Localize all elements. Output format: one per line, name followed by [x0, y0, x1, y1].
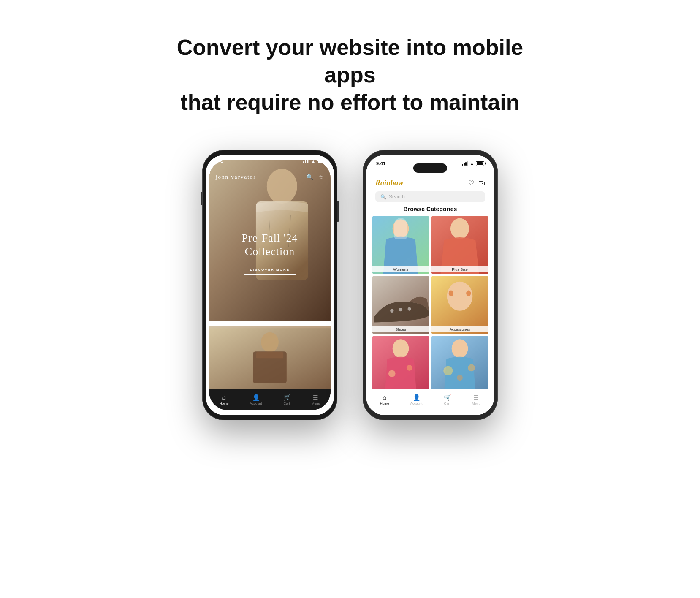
- rb-search-placeholder: Search: [389, 194, 405, 200]
- svg-point-26: [468, 364, 475, 372]
- phone-right: 9:41 ▲ Rainbow ♡ 🛍: [363, 150, 498, 420]
- rb-category-new2[interactable]: [431, 336, 488, 394]
- home-icon: ⌂: [222, 394, 226, 401]
- rb-search-box[interactable]: 🔍 Search: [375, 191, 485, 202]
- svg-point-14: [408, 307, 411, 311]
- jv-hero-text: Pre-Fall '24 Collection DISCOVER MORE: [242, 231, 298, 274]
- search-icon[interactable]: 🔍: [306, 174, 313, 180]
- jv-time: 9:41: [214, 158, 223, 163]
- rb-category-plus[interactable]: Plus Size: [431, 216, 488, 274]
- jv-hero-title: Pre-Fall '24 Collection: [242, 231, 298, 258]
- svg-rect-6: [256, 352, 283, 358]
- menu-icon: ☰: [313, 394, 318, 401]
- wifi-icon: ▲: [311, 159, 315, 163]
- shoes-image: [372, 276, 429, 334]
- new2-image: [431, 336, 488, 394]
- jv-discover-button[interactable]: DISCOVER MORE: [244, 265, 296, 275]
- new1-image: [372, 336, 429, 394]
- rb-battery-icon: [476, 161, 484, 166]
- rb-category-womens[interactable]: Womens: [372, 216, 429, 274]
- rb-nav-menu[interactable]: ☰ Menu: [472, 394, 480, 405]
- rb-search-icon: 🔍: [380, 194, 386, 200]
- svg-point-27: [457, 375, 463, 381]
- svg-point-4: [261, 332, 279, 352]
- rb-status-icons: ▲: [462, 161, 484, 166]
- rb-header: Rainbow ♡ 🛍: [369, 175, 491, 191]
- womens-image: [372, 216, 429, 274]
- rb-time: 9:41: [376, 161, 385, 166]
- rb-account-icon: 👤: [413, 394, 420, 401]
- page-headline: Convert your website into mobile apps th…: [160, 34, 540, 116]
- rb-home-icon: ⌂: [383, 394, 386, 401]
- svg-point-13: [399, 308, 402, 311]
- svg-point-16: [447, 282, 473, 311]
- favorite-icon[interactable]: ☆: [318, 174, 324, 180]
- svg-point-24: [452, 339, 468, 358]
- rb-category-shoes[interactable]: Shoes: [372, 276, 429, 334]
- accessories-image: [431, 276, 488, 334]
- jv-nav-account[interactable]: 👤 Account: [250, 394, 262, 405]
- phone-left-screen: 9:41 ▲ john varvatos 🔍 ☆: [206, 155, 334, 415]
- rb-category-plus-label: Plus Size: [431, 266, 488, 272]
- svg-point-12: [390, 309, 393, 313]
- rb-categories-title: Browse Categories: [369, 206, 491, 212]
- rb-bottom-nav: ⌂ Home 👤 Account 🛒 Cart ☰ Menu: [369, 389, 491, 410]
- rb-wifi-icon: ▲: [470, 161, 474, 166]
- jv-brand-name: john varvatos: [216, 174, 256, 180]
- jv-nav-cart[interactable]: 🛒 Cart: [283, 394, 290, 405]
- svg-point-25: [443, 366, 453, 375]
- rb-bag-icon[interactable]: 🛍: [478, 179, 485, 187]
- rb-menu-icon: ☰: [473, 394, 479, 401]
- rb-nav-account[interactable]: 👤 Account: [410, 394, 423, 405]
- rb-wishlist-icon[interactable]: ♡: [468, 179, 474, 187]
- rb-brand-name: Rainbow: [375, 179, 403, 187]
- svg-point-10: [450, 218, 469, 239]
- rb-cart-icon: 🛒: [444, 394, 451, 401]
- svg-point-17: [449, 291, 453, 296]
- headline-line2: that require no effort to maintain: [180, 90, 519, 114]
- rb-nav-cart[interactable]: 🛒 Cart: [444, 394, 451, 405]
- phone-left: 9:41 ▲ john varvatos 🔍 ☆: [202, 150, 337, 420]
- headline-line1: Convert your website into mobile apps: [177, 35, 524, 87]
- rb-header-icons: ♡ 🛍: [468, 179, 485, 187]
- rb-category-new1[interactable]: [372, 336, 429, 394]
- plus-image: [431, 216, 488, 274]
- jv-nav-menu[interactable]: ☰ Menu: [312, 394, 320, 405]
- cart-icon: 🛒: [283, 394, 290, 401]
- svg-point-8: [393, 219, 409, 238]
- jv-status-icons: ▲: [303, 159, 326, 163]
- rb-brand-logo: Rainbow: [375, 179, 403, 188]
- jv-bottom-nav: ⌂ Home 👤 Account 🛒 Cart ☰ Menu: [209, 389, 331, 410]
- signal-icon: [303, 159, 309, 163]
- rb-category-accessories-label: Accessories: [431, 326, 488, 332]
- svg-point-18: [466, 291, 471, 296]
- jv-second-section: [209, 326, 331, 394]
- rb-nav-home[interactable]: ⌂ Home: [380, 394, 389, 405]
- jv-nav-home[interactable]: ⌂ Home: [220, 394, 228, 405]
- jv-second-image: [209, 326, 331, 394]
- account-icon: 👤: [252, 394, 260, 401]
- dynamic-island: [413, 163, 447, 173]
- rb-search-container: 🔍 Search: [369, 191, 491, 202]
- svg-point-21: [388, 370, 396, 377]
- jv-navbar: john varvatos 🔍 ☆: [209, 171, 331, 183]
- jv-hero-section: Pre-Fall '24 Collection DISCOVER MORE: [209, 160, 331, 321]
- rb-category-shoes-label: Shoes: [372, 326, 429, 332]
- svg-point-20: [393, 339, 409, 358]
- rb-category-accessories[interactable]: Accessories: [431, 276, 488, 334]
- phone-right-screen: 9:41 ▲ Rainbow ♡ 🛍: [366, 155, 494, 415]
- jv-nav-icons: 🔍 ☆: [306, 174, 324, 180]
- rb-categories-grid: Womens Plus: [369, 216, 491, 394]
- rb-signal-icon: [462, 161, 468, 166]
- battery-icon: [317, 159, 326, 163]
- svg-point-22: [407, 365, 412, 371]
- phones-container: 9:41 ▲ john varvatos 🔍 ☆: [202, 150, 498, 420]
- rb-category-womens-label: Womens: [372, 266, 429, 272]
